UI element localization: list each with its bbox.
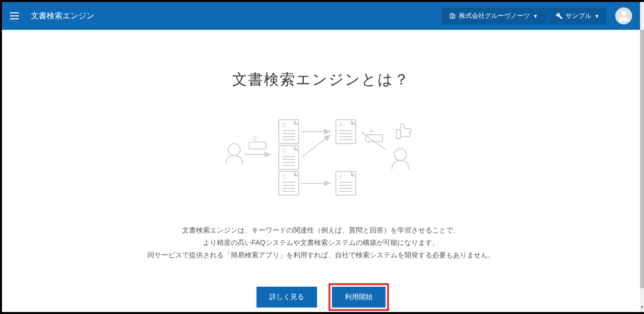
svg-point-0: [621, 11, 626, 16]
breadcrumb-project-label: サンプル: [566, 11, 591, 20]
breadcrumb: 株式会社グルーヴノーツ ▼ サンプル ▼: [442, 7, 606, 24]
concept-illustration: Q Q Q Q: [212, 115, 430, 199]
svg-text:A: A: [370, 128, 374, 134]
description-line-3: 同サービスで提供される「簡易検索アプリ」を利用すれば、自社で検索システムを開発す…: [22, 249, 620, 261]
page-heading: 文書検索エンジンとは？: [22, 70, 620, 90]
app-frame: 文書検索エンジン 株式会社グルーヴノーツ ▼ サンプル ▼ 文書検索エンジ: [2, 2, 640, 312]
breadcrumb-org[interactable]: 株式会社グルーヴノーツ ▼: [442, 7, 545, 24]
svg-rect-36: [396, 130, 400, 139]
svg-text:Q: Q: [282, 148, 286, 154]
details-button[interactable]: 詳しく見る: [257, 287, 317, 308]
description-line-1: 文書検索エンジンは、キーワードの関連性（例えば、質問と回答）を学習させることで、: [22, 224, 620, 236]
description-line-2: より精度の高いFAQシステムや文書検索システムの構築が可能になります。: [22, 236, 620, 249]
start-button[interactable]: 利用開始: [332, 287, 386, 308]
svg-point-1: [228, 144, 240, 156]
chevron-down-icon: ▼: [594, 13, 599, 19]
main-content: 文書検索エンジンとは？ Q Q: [2, 30, 640, 312]
scrollbar-thumb[interactable]: [640, 30, 644, 288]
svg-text:Q: Q: [282, 174, 286, 179]
svg-point-37: [394, 149, 406, 160]
chevron-down-icon: ▼: [533, 13, 538, 19]
svg-text:Q: Q: [253, 135, 257, 141]
app-title: 文書検索エンジン: [31, 11, 94, 21]
breadcrumb-project[interactable]: サンプル ▼: [545, 7, 606, 24]
hamburger-menu-button[interactable]: [10, 10, 22, 22]
svg-rect-2: [249, 142, 266, 149]
building-icon: [449, 12, 456, 19]
svg-text:Q: Q: [282, 122, 286, 128]
action-buttons: 詳しく見る 利用開始: [22, 287, 620, 308]
svg-text:A: A: [339, 174, 343, 179]
scroll-down-icon[interactable]: ▼: [640, 304, 644, 310]
breadcrumb-org-label: 株式会社グルーヴノーツ: [459, 11, 530, 20]
user-avatar[interactable]: [615, 7, 632, 24]
app-header: 文書検索エンジン 株式会社グルーヴノーツ ▼ サンプル ▼: [2, 2, 640, 30]
wrench-icon: [556, 12, 563, 19]
scrollbar[interactable]: ▲ ▼: [640, 2, 644, 312]
svg-rect-35: [366, 135, 383, 142]
description: 文書検索エンジンは、キーワードの関連性（例えば、質問と回答）を学習させることで、…: [22, 224, 620, 262]
svg-text:A: A: [339, 122, 343, 128]
